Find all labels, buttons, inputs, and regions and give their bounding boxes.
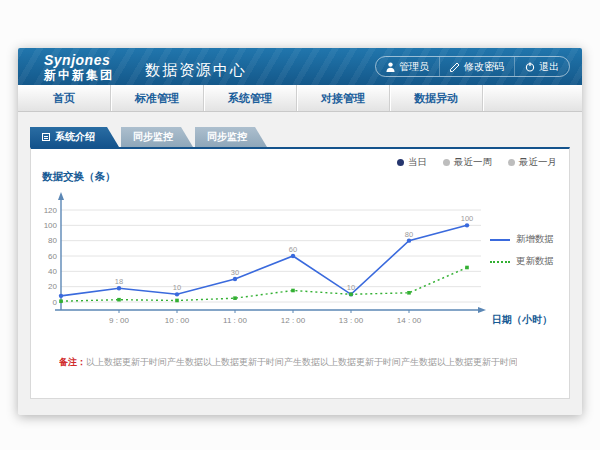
y-tick-label: 60 [48,252,57,261]
data-point [59,299,63,303]
logout-label: 退出 [539,60,559,74]
x-tick-label: 10 : 00 [165,316,190,325]
footnote-text: 以上数据更新于时间产生数据以上数据更新于时间产生数据以上数据更新于时间产生数据以… [86,357,517,367]
y-tick-label: 100 [44,221,58,230]
nav-item-1[interactable]: 首页 [18,85,111,111]
app-window: Synjones 新中新集团 数据资源中心 管理员 修改密码 [18,48,582,415]
radio-dot [443,159,450,166]
tab-1[interactable]: 系统介绍 [30,127,119,147]
x-axis-title: 日期（小时） [492,314,552,325]
data-point [175,292,179,296]
time-range-radios: 当日最近一周最近一月 [397,156,557,169]
data-point-label: 100 [461,214,474,223]
main-content: 系统介绍同步监控同步监控 当日最近一周最近一月 数据交换（条） 02040608… [18,112,582,414]
radio-option-2[interactable]: 最近一周 [443,156,492,169]
tab-label: 同步监控 [207,127,247,147]
chart-legend: 新增数据更新数据 [490,233,554,268]
data-point-label: 10 [347,283,355,292]
data-point [291,254,295,258]
radio-label: 最近一周 [454,156,492,169]
data-point-label: 60 [289,245,297,254]
y-axis-arrow [58,192,64,200]
x-tick-label: 14 : 00 [397,316,422,325]
x-axis-arrow [478,307,486,313]
y-tick-label: 120 [44,206,58,215]
tab-3[interactable]: 同步监控 [195,127,267,147]
tab-bar: 系统介绍同步监控同步监控 [30,127,269,147]
nav-item-4[interactable]: 对接管理 [297,85,390,111]
radio-option-3[interactable]: 最近一月 [508,156,557,169]
legend-item-1[interactable]: 新增数据 [490,233,554,246]
logout-button[interactable]: 退出 [514,57,569,76]
logo-text-cn: 新中新集团 [44,69,114,81]
tab-2[interactable]: 同步监控 [121,127,193,147]
change-password-button[interactable]: 修改密码 [439,57,514,76]
data-point [233,277,237,281]
radio-label: 最近一月 [519,156,557,169]
change-password-label: 修改密码 [464,60,504,74]
power-icon [525,62,535,72]
data-point-label: 80 [405,230,413,239]
data-point-label: 18 [115,277,123,286]
y-tick-label: 0 [53,298,58,307]
user-toolbar: 管理员 修改密码 退出 [375,56,570,77]
y-tick-label: 40 [48,267,57,276]
data-point [291,289,295,293]
data-point [465,223,469,227]
tab-label: 同步监控 [133,127,173,147]
data-point [233,296,237,300]
data-point [117,286,121,290]
x-tick-label: 9 : 00 [109,316,130,325]
tab-label: 系统介绍 [55,127,95,147]
nav-item-2[interactable]: 标准管理 [111,85,204,111]
data-point [175,299,179,303]
data-point [59,294,63,298]
radio-dot [508,159,515,166]
user-icon [386,62,395,72]
y-tick-label: 20 [48,282,57,291]
data-point [117,298,121,302]
current-user-label: 管理员 [399,60,429,74]
data-point-label: 30 [231,268,239,277]
x-tick-label: 11 : 00 [223,316,247,325]
data-point-label: 10 [173,283,181,292]
data-point [407,291,411,295]
y-axis-title: 数据交换（条） [42,170,116,184]
radio-option-1[interactable]: 当日 [397,156,427,169]
top-header: Synjones 新中新集团 数据资源中心 管理员 修改密码 [18,48,582,85]
nav-item-3[interactable]: 系统管理 [204,85,297,111]
data-point [407,238,411,242]
radio-dot [397,159,404,166]
legend-label: 新增数据 [516,233,554,246]
legend-label: 更新数据 [516,255,554,268]
chart-panel: 当日最近一周最近一月 数据交换（条） 0204060801001209 : 00… [30,147,570,399]
radio-label: 当日 [408,156,427,169]
current-user-button[interactable]: 管理员 [376,57,439,76]
legend-line-sample [490,239,510,241]
legend-line-sample [490,261,510,263]
data-point [465,266,469,270]
company-logo: Synjones 新中新集团 [44,53,114,81]
x-tick-label: 13 : 00 [339,316,364,325]
edit-icon [450,62,460,72]
data-point [349,293,353,297]
footnote-prefix: 备注： [59,357,86,367]
x-tick-label: 12 : 00 [281,316,306,325]
footnote: 备注：以上数据更新于时间产生数据以上数据更新于时间产生数据以上数据更新于时间产生… [59,356,517,369]
nav-menu: 首页标准管理系统管理对接管理数据异动 [18,85,582,112]
page-title: 数据资源中心 [130,53,247,80]
logo-text-en: Synjones [44,53,114,67]
document-icon [42,133,50,141]
nav-item-5[interactable]: 数据异动 [390,85,483,111]
legend-item-2[interactable]: 更新数据 [490,255,554,268]
y-tick-label: 80 [48,236,57,245]
